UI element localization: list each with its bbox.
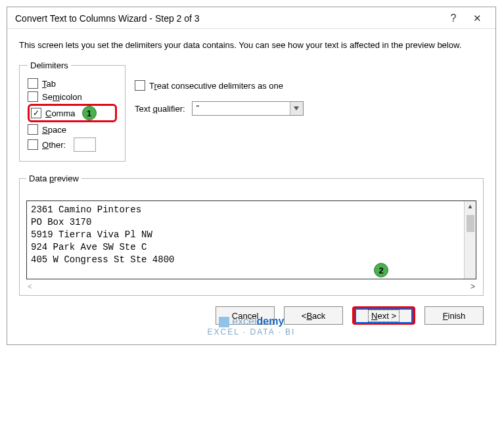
checkbox-space-row[interactable]: Space: [28, 123, 117, 136]
next-button[interactable]: Next >: [352, 306, 415, 325]
qualifier-label: Text qualifier:: [135, 104, 185, 114]
delimiters-legend: Delimiters: [28, 60, 71, 70]
scroll-thumb[interactable]: [467, 215, 474, 232]
label-tab: Tab: [42, 79, 56, 89]
watermark-brand-a: excel: [232, 316, 256, 327]
close-button[interactable]: ✕: [465, 12, 489, 24]
label-other: Other:: [42, 140, 66, 150]
checkbox-semicolon[interactable]: [28, 91, 38, 102]
dialog-body: This screen lets you set the delimiters …: [7, 29, 495, 344]
titlebar: Convert Text to Columns Wizard - Step 2 …: [7, 7, 495, 29]
watermark-brand-b: demy: [257, 316, 285, 327]
label-semicolon: Semicolon: [42, 92, 82, 102]
data-preview-group: Data preview 2361 Camino Pintores PO Box…: [19, 174, 484, 296]
horizontal-scrollbar[interactable]: < >: [26, 279, 476, 291]
dialog-title: Convert Text to Columns Wizard - Step 2 …: [15, 13, 442, 24]
options-column: Treat consecutive delimiters as one Text…: [135, 60, 304, 162]
qualifier-combo[interactable]: ": [192, 101, 304, 116]
checkbox-tab[interactable]: [28, 78, 38, 89]
watermark-sub: EXCEL · DATA · BI: [208, 327, 296, 337]
checkbox-tab-row[interactable]: Tab: [28, 77, 117, 90]
label-space: Space: [42, 125, 66, 135]
qualifier-row: Text qualifier: ": [135, 101, 304, 116]
svg-rect-0: [219, 317, 229, 327]
finish-button[interactable]: Finish: [424, 306, 484, 325]
checkbox-space[interactable]: [28, 124, 38, 135]
label-comma: Comma: [45, 108, 76, 118]
preview-text: 2361 Camino Pintores PO Box 3170 5919 Ti…: [27, 201, 464, 279]
help-button[interactable]: ?: [442, 12, 465, 24]
callout-one: 1: [82, 106, 97, 120]
checkbox-consecutive[interactable]: [135, 80, 145, 91]
checkbox-semicolon-row[interactable]: Semicolon: [28, 90, 117, 103]
checkbox-comma-row[interactable]: Comma 1: [28, 104, 117, 122]
other-input[interactable]: [74, 137, 96, 152]
vertical-scrollbar[interactable]: ▲: [464, 201, 476, 279]
checkbox-other-row[interactable]: Other:: [28, 136, 117, 153]
preview-box: 2361 Camino Pintores PO Box 3170 5919 Ti…: [26, 200, 476, 279]
chevron-down-icon[interactable]: [290, 102, 303, 115]
scroll-left-icon[interactable]: <: [28, 282, 32, 291]
checkbox-other[interactable]: [28, 139, 38, 150]
delimiters-group: Delimiters Tab Semicolon Comma 1 Space: [19, 60, 126, 162]
back-button[interactable]: < Back: [284, 306, 343, 325]
data-preview-legend: Data preview: [26, 174, 81, 183]
scroll-right-icon[interactable]: >: [470, 282, 475, 291]
checkbox-comma[interactable]: [31, 108, 41, 118]
checkbox-consecutive-row[interactable]: Treat consecutive delimiters as one: [135, 80, 304, 91]
scroll-up-icon[interactable]: ▲: [467, 201, 474, 211]
label-consecutive: Treat consecutive delimiters as one: [149, 81, 283, 91]
qualifier-value: ": [193, 104, 290, 113]
wizard-dialog: Convert Text to Columns Wizard - Step 2 …: [7, 7, 496, 345]
description-text: This screen lets you set the delimiters …: [19, 39, 484, 51]
